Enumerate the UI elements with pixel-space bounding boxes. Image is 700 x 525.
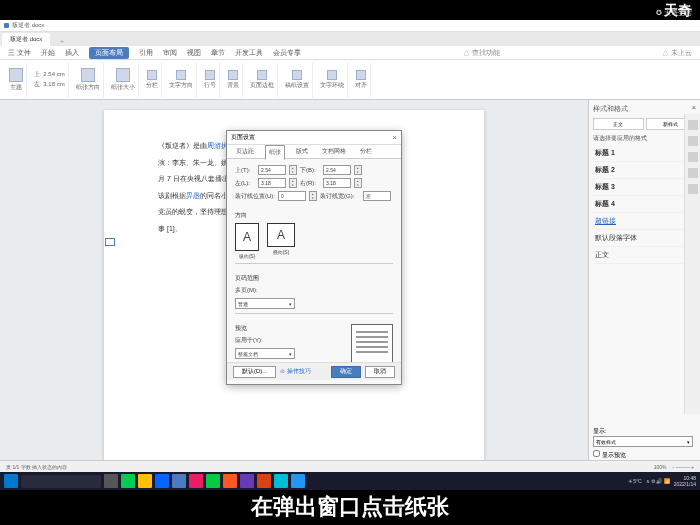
default-button[interactable]: 默认(D)...	[233, 366, 276, 378]
dialog-tab-layout[interactable]: 版式	[293, 145, 311, 158]
desktop-screen: 叛逆者.docx 叛逆者.docx + 三 文件 开始 插入 页面布局 引用 审…	[0, 20, 700, 490]
styles-list-label: 请选择要应用的格式	[593, 134, 696, 143]
ribbon-tab-pagelayout[interactable]: 页面布局	[89, 47, 129, 59]
ribbon-tab-ref[interactable]: 引用	[139, 48, 153, 58]
taskbar-search[interactable]	[21, 475, 101, 488]
preview-checkbox[interactable]	[593, 450, 600, 457]
style-item[interactable]: 标题 3↵	[593, 179, 696, 196]
spinner[interactable]: ▴▾	[309, 191, 317, 201]
ribbon-bg[interactable]: 背景	[224, 62, 243, 98]
document-tab[interactable]: 叛逆者.docx	[2, 33, 50, 46]
theme-icon	[9, 68, 23, 82]
dialog-tab-columns[interactable]: 分栏	[357, 145, 375, 158]
zoom-slider[interactable]: - ──── +	[672, 464, 694, 470]
ribbon-columns[interactable]: 分栏	[143, 62, 162, 98]
dialog-tab-grid[interactable]: 文档网格	[319, 145, 349, 158]
ribbon-tab-file[interactable]: 三 文件	[8, 48, 31, 58]
orientation-icon	[81, 68, 95, 82]
taskbar-app[interactable]	[240, 474, 254, 488]
style-body[interactable]: 正文↵	[593, 247, 696, 264]
ribbon-align[interactable]: 对齐	[352, 62, 371, 98]
multipage-select[interactable]: 普通▾	[235, 298, 295, 309]
ribbon-papersize[interactable]: 纸张大小	[108, 62, 139, 98]
style-item[interactable]: 标题 1↵	[593, 145, 696, 162]
start-button[interactable]	[4, 474, 18, 488]
weather-widget[interactable]: ☀ 5°C	[628, 478, 642, 484]
margin-right-input[interactable]: 3.18	[323, 178, 351, 188]
current-style[interactable]: 正文	[593, 118, 644, 130]
ok-button[interactable]: 确定	[331, 366, 361, 378]
gutter-pos-input[interactable]: 左	[363, 191, 391, 201]
ribbon-wrap[interactable]: 文字环绕	[317, 62, 348, 98]
margin-left-input[interactable]: 3.18	[258, 178, 286, 188]
doc-link[interactable]: 畀愚	[186, 192, 200, 199]
dialog-tab-paper[interactable]: 纸张	[265, 145, 285, 160]
ribbon-tab-start[interactable]: 开始	[41, 48, 55, 58]
spinner[interactable]: ▴▾	[289, 165, 297, 175]
taskbar-app[interactable]	[223, 474, 237, 488]
style-default-font[interactable]: 默认段落字体a	[593, 230, 696, 247]
taskbar-app[interactable]	[138, 474, 152, 488]
tool-icon[interactable]	[688, 168, 698, 178]
ribbon-tab-dev[interactable]: 开发工具	[235, 48, 263, 58]
taskbar-app[interactable]	[121, 474, 135, 488]
tool-icon[interactable]	[688, 120, 698, 130]
apply-select[interactable]: 整篇文档▾	[235, 348, 295, 359]
bookmark-icon[interactable]	[105, 238, 115, 246]
ribbon-lineno[interactable]: 行号	[201, 62, 220, 98]
margin-bottom-input[interactable]: 2.54	[323, 165, 351, 175]
tool-icon[interactable]	[688, 152, 698, 162]
style-item[interactable]: 标题 2↵	[593, 162, 696, 179]
video-caption: 在弹出窗口点击纸张	[0, 489, 700, 525]
taskbar-app[interactable]	[257, 474, 271, 488]
ribbon-search[interactable]: △ 查找功能	[463, 48, 500, 58]
spinner[interactable]: ▴▾	[289, 178, 297, 188]
zoom-label[interactable]: 100%	[654, 464, 667, 470]
spinner[interactable]: ▴▾	[354, 178, 362, 188]
new-tab-button[interactable]: +	[52, 36, 72, 46]
taskbar-app[interactable]	[155, 474, 169, 488]
tool-icon[interactable]	[688, 184, 698, 194]
orient-landscape[interactable]: A横向(S)	[267, 223, 295, 259]
taskbar-app[interactable]	[172, 474, 186, 488]
ribbon-tab-section[interactable]: 章节	[211, 48, 225, 58]
tray-icons[interactable]: ∧ ⚙ 🔊 📶	[646, 478, 670, 484]
margin-top-input[interactable]: 2.54	[258, 165, 286, 175]
show-select[interactable]: 有效样式▾	[593, 436, 693, 447]
windows-taskbar: ☀ 5°C ∧ ⚙ 🔊 📶 10:48 2022/1/14	[0, 472, 700, 490]
style-hyperlink[interactable]: 超链接a	[593, 213, 696, 230]
ribbon-tab-vip[interactable]: 会员专享	[273, 48, 301, 58]
ribbon-textdir[interactable]: 文字方向	[166, 62, 197, 98]
ribbon-tab-view[interactable]: 视图	[187, 48, 201, 58]
cancel-button[interactable]: 取消	[365, 366, 395, 378]
taskbar-app[interactable]	[206, 474, 220, 488]
task-view-icon[interactable]	[104, 474, 118, 488]
ribbon-tab-review[interactable]: 审阅	[163, 48, 177, 58]
ribbon-theme[interactable]: 主题	[6, 62, 27, 98]
taskbar-app[interactable]	[274, 474, 288, 488]
style-item[interactable]: 标题 4↵	[593, 196, 696, 213]
ribbon-orientation[interactable]: 纸张方向	[73, 62, 104, 98]
dialog-buttons: 默认(D)... ⊙ 操作技巧 确定 取消	[227, 362, 401, 380]
tips-link[interactable]: ⊙ 操作技巧	[280, 367, 311, 376]
taskbar-app[interactable]	[189, 474, 203, 488]
gutter-input[interactable]: 0	[278, 191, 306, 201]
ribbon-border[interactable]: 页面边框	[247, 62, 278, 98]
styles-list: 标题 1↵ 标题 2↵ 标题 3↵ 标题 4↵ 超链接a 默认段落字体a 正文↵	[593, 145, 696, 264]
close-icon[interactable]: ×	[692, 104, 696, 114]
dialog-tab-margins[interactable]: 页边距	[233, 145, 257, 158]
ribbon-tab-insert[interactable]: 插入	[65, 48, 79, 58]
draft-icon	[292, 70, 302, 80]
spinner[interactable]: ▴▾	[354, 165, 362, 175]
dialog-body: 上(T): 2.54▴▾ 下(B): 2.54▴▾ 左(L): 3.18▴▾ 右…	[227, 159, 401, 380]
brand-sub-watermark: ✪ 天奇生活	[656, 8, 692, 18]
taskbar-app[interactable]	[291, 474, 305, 488]
ribbon-cloud[interactable]: △ 未上云	[662, 48, 692, 58]
ribbon-draft[interactable]: 稿纸设置	[282, 62, 313, 98]
ribbon-margins[interactable]: 上: 2.54 cm 左: 3.18 cm	[31, 62, 69, 98]
ribbon-tabs: 三 文件 开始 插入 页面布局 引用 审阅 视图 章节 开发工具 会员专享 △ …	[0, 46, 700, 60]
tool-icon[interactable]	[688, 136, 698, 146]
close-icon[interactable]: ×	[392, 133, 397, 142]
clock-date[interactable]: 2022/1/14	[674, 481, 696, 487]
orient-portrait[interactable]: A纵向(S)	[235, 223, 259, 259]
